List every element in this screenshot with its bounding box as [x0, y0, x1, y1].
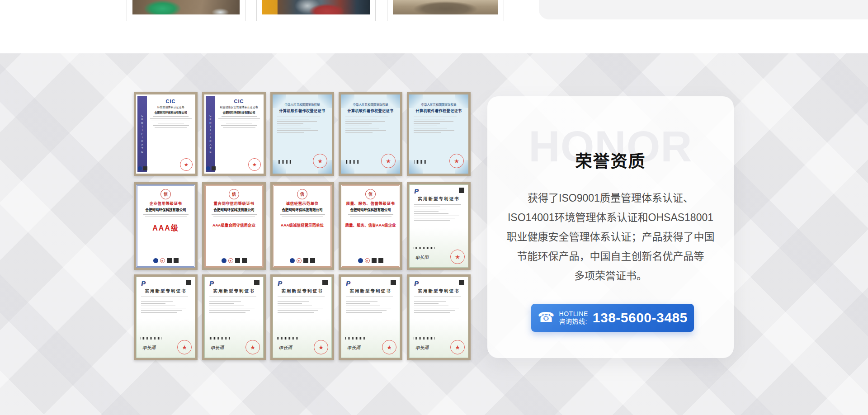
certificate-patent-thumbnail[interactable]: P实用新型专利证书申长雨★ [407, 182, 471, 270]
certificate-body [410, 204, 468, 221]
red-star-seal: ★ [248, 158, 261, 171]
qr-code [174, 258, 179, 263]
official-signature: 申长雨 [415, 344, 429, 351]
text-line [209, 312, 245, 313]
text-line [345, 132, 373, 133]
text-line [348, 214, 393, 215]
corner-ornament [341, 94, 354, 108]
certificate-body [341, 297, 400, 313]
corner-ornament [273, 94, 286, 108]
text-line [282, 217, 323, 217]
text-line [153, 125, 189, 126]
text-line [281, 219, 324, 219]
qr-code [212, 166, 216, 170]
certificate-paper: P实用新型专利证书申长雨★ [273, 277, 332, 358]
certificate-copyright-thumbnail[interactable]: 中华人民共和国国家版权局计算机软件著作权登记证书★ [407, 92, 471, 176]
text-line [223, 127, 255, 128]
text-line [414, 297, 461, 297]
text-line [414, 123, 440, 124]
certificate-credit-thumbnail[interactable]: 信重合同守信用等级证书合肥珂玛环保科技有限公司AAA级重合同守信用企业★ [202, 182, 266, 270]
text-line [278, 308, 323, 308]
cic-logo-text: CIC [148, 99, 193, 104]
certificate-body [342, 214, 399, 219]
certificate-copyright-thumbnail[interactable]: 中华人民共和国国家版权局计算机软件著作权登记证书★ [270, 92, 334, 176]
certificate-patent-thumbnail[interactable]: P实用新型专利证书申长雨★ [339, 274, 402, 360]
qr-code [143, 166, 147, 170]
round-logo-blue [222, 258, 226, 263]
corner-ornament [409, 94, 423, 108]
text-line [414, 132, 441, 133]
certificate-title: 环境管理体系认证证书 [148, 105, 193, 109]
text-line [346, 297, 393, 297]
certificate-cic-thumbnail[interactable]: CERTIFICATECIC职业健康安全管理体系认证证书合肥珂玛环保科技有限公司… [202, 92, 266, 176]
certificate-patent-thumbnail[interactable]: P实用新型专利证书申长雨★ [407, 274, 471, 360]
text-line [158, 123, 184, 123]
qr-code [242, 258, 247, 263]
certificate-footer: ★ [342, 258, 399, 263]
certificate-grade: AAA级诚信经营示范单位 [274, 222, 330, 227]
certificate-credit-thumbnail[interactable]: 信质量、服务、信誉等级证书合肥珂玛环保科技有限公司质量、服务、信誉AAA级企业★ [339, 182, 402, 270]
certificate-patent-thumbnail[interactable]: P实用新型专利证书申长雨★ [270, 274, 334, 360]
section-title: 荣誉资质 [487, 148, 734, 172]
text-line [414, 130, 454, 131]
certificate-grade: 质量、服务、信誉AAA级企业 [342, 222, 399, 227]
text-line [153, 116, 189, 117]
text-line [277, 128, 311, 128]
text-line [209, 306, 244, 306]
certificate-body [206, 214, 262, 219]
cnipa-logo: P [278, 280, 282, 287]
text-line [346, 299, 372, 299]
qr-code [235, 258, 240, 263]
certificate-copyright-thumbnail[interactable]: 中华人民共和国国家版权局计算机软件著作权登记证书★ [339, 92, 402, 176]
text-line [345, 119, 377, 119]
red-credit-seal: 信 [229, 189, 239, 199]
text-line [212, 214, 257, 215]
certificate-grade: AAA级重合同守信用企业 [206, 222, 262, 227]
certificate-body [341, 117, 400, 133]
text-line [346, 303, 370, 304]
text-line [278, 297, 325, 297]
text-line [414, 218, 455, 218]
text-line [414, 301, 446, 302]
certificate-title: 企业信用等级证书 [137, 200, 194, 206]
official-signature: 申长雨 [278, 344, 292, 351]
certificate-cic-thumbnail[interactable]: CERTIFICATECIC环境管理体系认证证书合肥珂玛环保科技有限公司★ [134, 92, 198, 176]
red-star-seal: ★ [450, 340, 465, 354]
certificate-patent-thumbnail[interactable]: P实用新型专利证书申长雨★ [134, 274, 198, 360]
red-credit-seal: 信 [365, 189, 376, 199]
qr-code [303, 258, 308, 263]
barcode [277, 337, 298, 340]
red-star-seal: ★ [313, 154, 327, 168]
description-line: 职业健康安全管理体系认证；产品获得了中国 [498, 227, 723, 247]
qr-code [322, 280, 328, 285]
official-signature: 申长雨 [347, 344, 361, 351]
text-line [277, 132, 304, 133]
certificate-title: 诚信经营示范单位 [274, 200, 330, 206]
red-star-seal: ★ [450, 250, 465, 264]
corner-ornament [387, 94, 400, 108]
certificate-patent-thumbnail[interactable]: P实用新型专利证书申长雨★ [202, 274, 266, 360]
text-line [218, 118, 260, 119]
text-line [209, 301, 241, 302]
text-line [345, 128, 379, 128]
text-line [221, 125, 257, 126]
text-line [414, 312, 450, 313]
certificate-paper: 信企业信用等级证书合肥珂玛环保科技有限公司AAA级★ [136, 184, 195, 268]
text-line [145, 217, 187, 217]
certificate-footer: ★ [274, 258, 330, 263]
certificate-body [274, 214, 330, 219]
text-line [141, 310, 182, 311]
barcode [141, 337, 161, 340]
hotline-button[interactable]: ☎ HOTLINE 咨询热线: 138-5600-3485 [531, 304, 694, 332]
red-star-seal: ★ [245, 340, 260, 354]
text-line [414, 209, 446, 209]
certificate-credit-thumbnail[interactable]: 信诚信经营示范单位合肥珂玛环保科技有限公司AAA级诚信经营示范单位★ [270, 182, 334, 270]
text-line [414, 121, 453, 122]
certificate-body [273, 297, 331, 313]
certificate-body [205, 297, 263, 313]
text-line [346, 306, 380, 306]
hotline-label-en: HOTLINE [559, 310, 588, 318]
certificate-company: 合肥珂玛环保科技有限公司 [342, 207, 399, 212]
certificate-credit-thumbnail[interactable]: 信企业信用等级证书合肥珂玛环保科技有限公司AAA级★ [134, 182, 198, 270]
honor-description: 获得了ISO9001质量管理体系认证、 ISO14001环境管理体系认证和OHS… [498, 189, 723, 286]
